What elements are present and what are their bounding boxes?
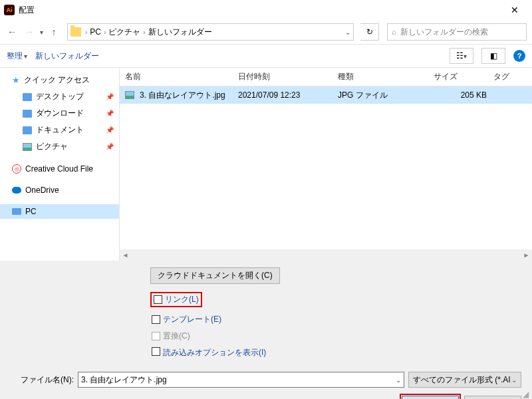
filename-row: ファイル名(N): 3. 自由なレイアウト.jpg ⌄ すべてのファイル形式 (… [11,372,521,388]
onedrive-icon [12,187,21,194]
sidebar-item-onedrive[interactable]: OneDrive [0,183,119,198]
sidebar-item-quick-access[interactable]: ★クイック アクセス [0,72,119,88]
pc-icon [12,208,21,215]
file-name: 3. 自由なレイアウト.jpg [140,90,225,101]
filetype-select[interactable]: すべてのファイル形式 (*.AI;*.AIT;*.PI ⌄ [408,372,521,388]
file-pane: 名前 日付時刻 種類 サイズ タグ 3. 自由なレイアウト.jpg 2021/0… [120,68,532,261]
illustrator-icon: Ai [4,5,15,15]
close-button[interactable]: ✕ [501,0,528,20]
horizontal-scrollbar[interactable]: ◄ ► [120,249,532,261]
refresh-button[interactable]: ↻ [360,23,379,41]
chevron-down-icon[interactable]: ⌄ [396,376,401,384]
pin-icon: 📌 [106,143,114,150]
history-dropdown[interactable]: ▾ [40,29,43,36]
import-options-option[interactable]: 読み込みオプションを表示(I) [150,346,270,360]
checkbox-icon[interactable] [152,315,160,324]
search-placeholder: 新しいフォルダーの検索 [400,27,488,38]
file-row[interactable]: 3. 自由なレイアウト.jpg 2021/07/09 12:23 JPG ファイ… [120,86,532,104]
back-button[interactable]: ← [5,25,19,39]
preview-pane-button[interactable]: ◧ [481,48,505,64]
toolbar: 整理▾ 新しいフォルダー ☷ ▾ ◧ ? [0,44,532,68]
filename-label: ファイル名(N): [11,374,74,386]
sidebar-item-documents[interactable]: ドキュメント📌 [0,122,119,138]
documents-icon [23,126,32,134]
search-input[interactable]: ⌕ 新しいフォルダーの検索 [387,23,527,41]
folder-icon [70,27,81,37]
scroll-left-icon[interactable]: ◄ [120,249,131,261]
replace-option: 置換(C) [150,329,521,343]
cancel-button[interactable]: キャンセル [464,396,521,399]
col-date[interactable]: 日付時刻 [238,71,338,82]
body-area: ★クイック アクセス デスクトップ📌 ダウンロード📌 ドキュメント📌 ピクチャ📌… [0,68,532,261]
crumb-pc[interactable]: PC [88,27,102,37]
open-cloud-document-button[interactable]: クラウドドキュメントを開く(C) [150,267,280,284]
checkbox-icon[interactable] [152,347,160,356]
titlebar: Ai 配置 ✕ [0,0,532,20]
path-dropdown[interactable]: ⌄ [345,29,350,36]
checkbox-icon[interactable] [154,295,162,304]
crumb-folder[interactable]: 新しいフォルダー [147,27,213,38]
downloads-icon [23,110,32,118]
pin-icon: 📌 [106,93,114,100]
sidebar-item-creative-cloud[interactable]: ◎Creative Cloud File [0,162,119,176]
star-icon: ★ [12,75,20,85]
col-name[interactable]: 名前 [125,71,238,82]
crumb-pictures[interactable]: ピクチャ [107,27,142,38]
col-tag[interactable]: タグ [493,71,532,82]
window-title: 配置 [19,5,501,16]
pictures-icon [23,143,32,151]
filename-input[interactable]: 3. 自由なレイアウト.jpg ⌄ [78,372,404,388]
lower-panel: クラウドドキュメントを開く(C) リンク(L) テンプレート(E) 置換(C) … [0,261,532,399]
col-type[interactable]: 種類 [338,71,434,82]
pin-icon: 📌 [106,126,114,134]
sidebar: ★クイック アクセス デスクトップ📌 ダウンロード📌 ドキュメント📌 ピクチャ📌… [0,68,120,261]
sidebar-item-downloads[interactable]: ダウンロード📌 [0,105,119,122]
help-button[interactable]: ? [513,50,525,62]
search-icon: ⌕ [392,27,396,37]
place-button[interactable]: 配置 [402,396,459,399]
chevron-down-icon: ⌄ [511,376,517,384]
breadcrumb[interactable]: › PC › ピクチャ › 新しいフォルダー ⌄ [67,23,354,41]
button-row: 配置 キャンセル [11,396,521,399]
up-button[interactable]: ↑ [47,25,61,39]
creative-cloud-icon: ◎ [12,164,21,174]
column-headers: 名前 日付時刻 種類 サイズ タグ [120,68,532,86]
checkbox-icon [152,332,160,340]
desktop-icon [23,93,32,101]
file-type: JPG ファイル [338,90,434,101]
image-file-icon [125,91,134,99]
link-option[interactable]: リンク(L) [150,292,202,307]
resize-grip-icon[interactable]: ◢ [523,390,531,398]
col-size[interactable]: サイズ [434,71,493,82]
file-date: 2021/07/09 12:23 [238,90,338,100]
sidebar-item-desktop[interactable]: デスクトップ📌 [0,88,119,105]
new-folder-button[interactable]: 新しいフォルダー [35,51,99,62]
template-option[interactable]: テンプレート(E) [150,313,521,327]
view-options-button[interactable]: ☷ ▾ [450,48,473,64]
organize-button[interactable]: 整理▾ [7,51,27,62]
pin-icon: 📌 [106,110,114,117]
nav-row: ← → ▾ ↑ › PC › ピクチャ › 新しいフォルダー ⌄ ↻ ⌕ 新しい… [0,20,532,44]
sidebar-item-pc[interactable]: PC [0,204,119,219]
file-size: 205 KB [434,90,493,100]
forward-button[interactable]: → [23,25,36,39]
scroll-right-icon[interactable]: ► [521,249,532,261]
sidebar-item-pictures[interactable]: ピクチャ📌 [0,138,119,155]
